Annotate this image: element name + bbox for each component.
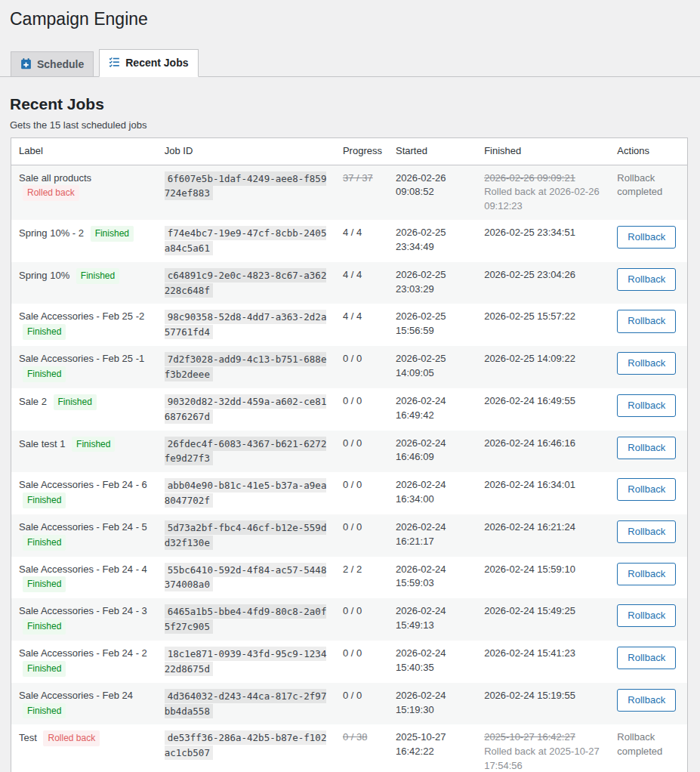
label-cell: Sale Accessories - Feb 24 - 4 Finished bbox=[11, 557, 157, 599]
started-value: 2025-10-27 16:42:22 bbox=[396, 731, 446, 757]
section-heading: Recent Jobs bbox=[0, 77, 700, 114]
started-cell: 2026-02-24 15:40:35 bbox=[388, 641, 476, 683]
tab-schedule[interactable]: Schedule bbox=[11, 51, 94, 77]
progress-cell: 37 / 37 bbox=[335, 165, 388, 220]
label-cell: Sale all products Rolled back bbox=[11, 165, 157, 220]
status-badge: Finished bbox=[23, 661, 66, 677]
rollback-button[interactable]: Rollback bbox=[617, 437, 676, 459]
finished-cell: 2026-02-25 23:34:51 bbox=[476, 220, 609, 262]
job-label-text: Sale Accessories - Feb 24 - 3 bbox=[19, 605, 147, 616]
rollback-button[interactable]: Rollback bbox=[617, 604, 676, 627]
job-label-text: Sale 2 bbox=[19, 396, 47, 407]
table-row: Sale test 1 Finished 26fdec4f-6083-4367-… bbox=[11, 431, 688, 473]
finished-cell: 2026-02-24 16:34:01 bbox=[476, 472, 609, 514]
label-cell: Sale Accessories - Feb 24 Finished bbox=[11, 683, 157, 725]
job-label-text: Sale Accessories - Feb 24 bbox=[19, 690, 133, 701]
rollback-button[interactable]: Rollback bbox=[617, 226, 676, 249]
progress-cell: 4 / 4 bbox=[335, 262, 388, 304]
progress-cell: 0 / 0 bbox=[335, 346, 388, 388]
rollback-button[interactable]: Rollback bbox=[617, 268, 676, 291]
finished-cell: 2026-02-24 15:49:25 bbox=[476, 598, 609, 641]
label-cell: Sale 2 Finished bbox=[11, 388, 157, 431]
column-header-started: Started bbox=[388, 138, 476, 165]
started-cell: 2026-02-25 23:34:49 bbox=[388, 220, 476, 262]
rollback-button[interactable]: Rollback bbox=[617, 310, 676, 332]
job-id-cell: f74e4bc7-19e9-47cf-8cbb-2405a84c5a61 bbox=[157, 220, 335, 262]
label-cell: Sale Accessories - Feb 24 - 5 Finished bbox=[11, 514, 157, 557]
status-badge: Finished bbox=[23, 576, 66, 592]
job-id-code: f74e4bc7-19e9-47cf-8cbb-2405a84c5a61 bbox=[165, 226, 327, 255]
rollback-button[interactable]: Rollback bbox=[617, 478, 676, 501]
label-cell: Sale Accessories - Feb 25 -1 Finished bbox=[11, 346, 157, 388]
rollback-button[interactable]: Rollback bbox=[617, 520, 676, 543]
progress-value: 0 / 0 bbox=[343, 690, 362, 701]
progress-cell: 0 / 38 bbox=[335, 724, 388, 772]
started-value: 2026-02-24 16:46:09 bbox=[396, 437, 446, 463]
tab-recent-jobs[interactable]: Recent Jobs bbox=[99, 49, 198, 77]
actions-cell: Rollback completed bbox=[609, 724, 687, 772]
job-label-text: Spring 10% - 2 bbox=[19, 227, 84, 239]
finished-cell: 2026-02-24 16:49:55 bbox=[476, 388, 609, 431]
rollback-button[interactable]: Rollback bbox=[617, 394, 676, 417]
rollback-button[interactable]: Rollback bbox=[617, 689, 676, 712]
column-header-progress: Progress bbox=[335, 138, 388, 165]
finished-value: 2026-02-24 16:21:24 bbox=[484, 521, 575, 533]
finished-value: 2026-02-26 09:09:21 bbox=[484, 172, 575, 184]
started-value: 2026-02-26 09:08:52 bbox=[396, 172, 446, 198]
actions-cell: Rollback bbox=[609, 641, 687, 683]
actions-cell: Rollback bbox=[609, 388, 687, 431]
started-value: 2026-02-24 15:40:35 bbox=[396, 647, 446, 673]
rollback-button[interactable]: Rollback bbox=[617, 647, 676, 669]
progress-cell: 0 / 0 bbox=[335, 641, 388, 683]
status-badge: Finished bbox=[91, 226, 134, 242]
rollback-button[interactable]: Rollback bbox=[617, 352, 676, 375]
job-label-text: Sale Accessories - Feb 24 - 4 bbox=[19, 564, 147, 575]
job-id-cell: 90320d82-32dd-459a-a602-ce816876267d bbox=[157, 388, 335, 431]
label-cell: Sale Accessories - Feb 24 - 6 Finished bbox=[11, 472, 157, 514]
status-badge: Finished bbox=[76, 268, 119, 284]
job-label-text: Sale Accessories - Feb 24 - 2 bbox=[19, 647, 147, 659]
job-id-code: 4d364032-d243-44ca-817c-2f97bb4da558 bbox=[165, 689, 327, 718]
started-cell: 2026-02-25 23:03:29 bbox=[388, 262, 476, 304]
progress-cell: 4 / 4 bbox=[335, 220, 388, 262]
column-header-finished: Finished bbox=[476, 138, 609, 165]
actions-cell: Rollback bbox=[609, 472, 687, 514]
finished-value: 2026-02-24 16:46:16 bbox=[484, 437, 575, 449]
job-id-code: 90320d82-32dd-459a-a602-ce816876267d bbox=[165, 394, 327, 424]
finished-value: 2026-02-25 23:04:26 bbox=[484, 269, 575, 280]
started-value: 2026-02-25 15:56:59 bbox=[396, 310, 446, 336]
progress-cell: 2 / 2 bbox=[335, 557, 388, 599]
page-title: Campaign Engine bbox=[0, 0, 700, 31]
jobs-table-body: Sale all products Rolled back 6f607e5b-1… bbox=[11, 165, 688, 772]
finished-value: 2026-02-24 16:34:01 bbox=[484, 479, 575, 490]
finished-value: 2026-02-25 14:09:22 bbox=[484, 353, 575, 364]
job-id-code: 55bc6410-592d-4f84-ac57-5448374008a0 bbox=[165, 563, 327, 592]
progress-value: 4 / 4 bbox=[343, 227, 362, 238]
job-id-code: 5d73a2bf-fbc4-46cf-b12e-559dd32f130e bbox=[165, 520, 327, 550]
finished-cell: 2026-02-25 23:04:26 bbox=[476, 262, 609, 304]
jobs-table: Label Job ID Progress Started Finished A… bbox=[11, 137, 688, 772]
started-value: 2026-02-25 23:03:29 bbox=[396, 269, 446, 295]
progress-value: 2 / 2 bbox=[343, 564, 362, 575]
column-header-actions: Actions bbox=[609, 138, 687, 165]
progress-cell: 0 / 0 bbox=[335, 431, 388, 473]
job-id-cell: 6465a1b5-bbe4-4fd9-80c8-2a0f5f27c905 bbox=[157, 598, 335, 641]
actions-cell: Rollback completed bbox=[609, 165, 687, 220]
status-badge: Finished bbox=[23, 535, 66, 551]
started-cell: 2026-02-24 16:46:09 bbox=[388, 431, 476, 473]
status-badge: Finished bbox=[23, 703, 66, 719]
rollback-button[interactable]: Rollback bbox=[617, 563, 676, 585]
table-row: Spring 10% - 2 Finished f74e4bc7-19e9-47… bbox=[11, 220, 688, 262]
job-id-cell: 6f607e5b-1daf-4249-aee8-f859724ef883 bbox=[157, 165, 335, 220]
actions-cell: Rollback bbox=[609, 431, 687, 473]
progress-value: 0 / 0 bbox=[343, 395, 362, 406]
actions-cell: Rollback bbox=[609, 346, 687, 388]
finished-cell: 2026-02-25 15:57:22 bbox=[476, 304, 609, 346]
status-badge: Rolled back bbox=[23, 185, 79, 201]
job-label-text: Sale all products bbox=[19, 172, 91, 184]
actions-cell: Rollback bbox=[609, 262, 687, 304]
progress-cell: 0 / 0 bbox=[335, 683, 388, 725]
finished-cell: 2026-02-25 14:09:22 bbox=[476, 346, 609, 388]
progress-cell: 4 / 4 bbox=[335, 304, 388, 346]
progress-value: 0 / 38 bbox=[343, 731, 368, 743]
